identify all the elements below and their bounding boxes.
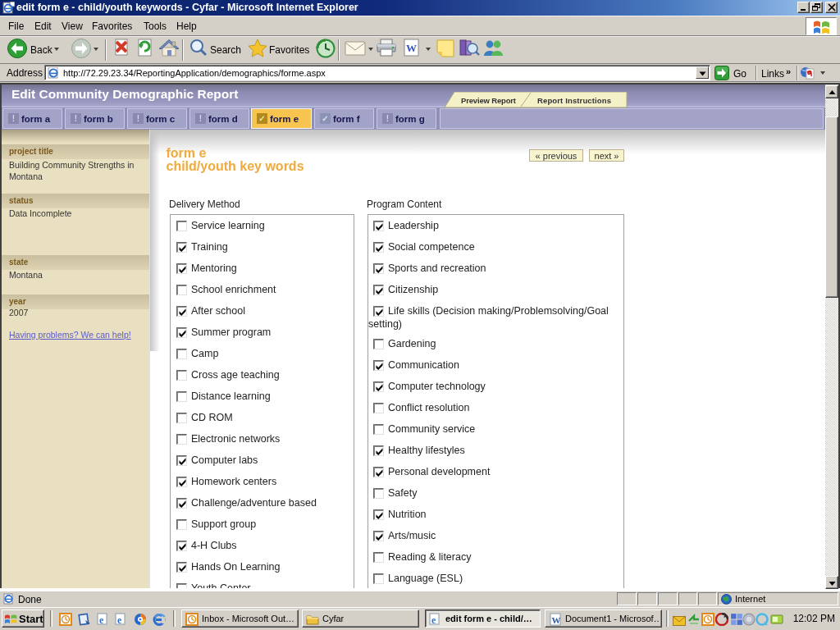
svg-text:e: e bbox=[117, 614, 122, 626]
svg-text:W: W bbox=[406, 42, 417, 54]
svg-text:e: e bbox=[99, 614, 104, 626]
svg-text:Report Instructions: Report Instructions bbox=[537, 96, 611, 105]
svg-text:W: W bbox=[552, 615, 561, 625]
svg-text:Preview Report: Preview Report bbox=[461, 96, 517, 105]
svg-text:e: e bbox=[431, 614, 436, 626]
